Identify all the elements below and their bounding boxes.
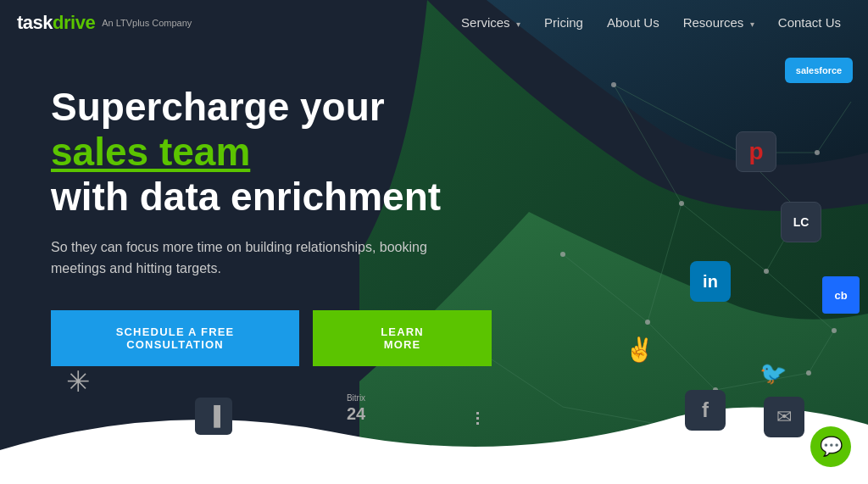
logo-text: taskdrive bbox=[17, 12, 95, 34]
nav-link-about[interactable]: About Us bbox=[607, 15, 659, 30]
svg-point-23 bbox=[560, 252, 565, 257]
logo-sub: An LTVplus Company bbox=[102, 18, 192, 28]
slack-icon: ✳ bbox=[56, 359, 100, 403]
headline-highlight: sales team bbox=[51, 130, 250, 174]
svg-point-15 bbox=[611, 82, 616, 87]
nav-links: Services ▾ Pricing About Us Resources ▾ … bbox=[461, 15, 841, 31]
chat-icon: 💬 bbox=[820, 436, 843, 458]
svg-point-22 bbox=[815, 150, 820, 155]
nav-item-pricing[interactable]: Pricing bbox=[544, 15, 583, 31]
nav-link-resources[interactable]: Resources bbox=[683, 15, 744, 30]
schedule-consultation-button[interactable]: SCHEDULE A FREE CONSULTATION bbox=[51, 310, 299, 366]
navigation: taskdrive An LTVplus Company Services ▾ … bbox=[0, 0, 868, 46]
nav-item-services[interactable]: Services ▾ bbox=[461, 15, 520, 31]
lc-icon: LC bbox=[781, 202, 821, 242]
hero-subtext: So they can focus more time on building … bbox=[51, 236, 441, 280]
chevron-down-icon: ▾ bbox=[516, 19, 520, 29]
svg-point-21 bbox=[645, 320, 650, 325]
headline-part2: with data enrichment bbox=[51, 175, 441, 219]
svg-point-25 bbox=[806, 370, 811, 376]
nav-item-about[interactable]: About Us bbox=[607, 15, 659, 31]
learn-more-button[interactable]: LEARN MORE bbox=[313, 310, 492, 366]
headline-part1: Supercharge your bbox=[51, 85, 385, 129]
nav-link-contact[interactable]: Contact Us bbox=[778, 15, 841, 30]
chevron-down-icon: ▾ bbox=[750, 19, 754, 29]
bottom-wave bbox=[0, 382, 868, 484]
facebook-icon: f bbox=[685, 390, 726, 431]
cb-icon: cb bbox=[822, 276, 860, 314]
hero-cta-row: SCHEDULE A FREE CONSULTATION LEARN MORE bbox=[51, 310, 492, 366]
chat-widget-button[interactable]: 💬 bbox=[810, 426, 851, 467]
logo-drive: drive bbox=[53, 12, 95, 33]
logo-task: task bbox=[17, 12, 53, 33]
twitter-icon: 🐦 bbox=[754, 354, 792, 392]
nav-item-contact[interactable]: Contact Us bbox=[778, 15, 841, 31]
email-icon: ✉ bbox=[764, 397, 804, 437]
hero-headline: Supercharge your sales team with data en… bbox=[51, 85, 492, 220]
peace-icon: ✌ bbox=[620, 331, 658, 368]
pipedrive-icon: p bbox=[736, 131, 776, 172]
nav-link-services[interactable]: Services bbox=[461, 15, 510, 30]
nav-link-pricing[interactable]: Pricing bbox=[544, 15, 583, 30]
svg-point-18 bbox=[764, 269, 769, 274]
bitrix-icon: Bitrix 24 bbox=[331, 386, 381, 431]
svg-point-19 bbox=[832, 328, 837, 333]
svg-point-20 bbox=[679, 201, 684, 206]
pipedash-icon: ▐ bbox=[195, 398, 232, 435]
linkedin-icon: in bbox=[690, 261, 731, 302]
salesforce-icon: salesforce bbox=[785, 58, 853, 83]
nav-item-resources[interactable]: Resources ▾ bbox=[683, 15, 754, 31]
hero-content: Supercharge your sales team with data en… bbox=[51, 85, 492, 366]
stripe-icon: ⫶ bbox=[459, 399, 497, 437]
logo: taskdrive An LTVplus Company bbox=[17, 12, 192, 34]
